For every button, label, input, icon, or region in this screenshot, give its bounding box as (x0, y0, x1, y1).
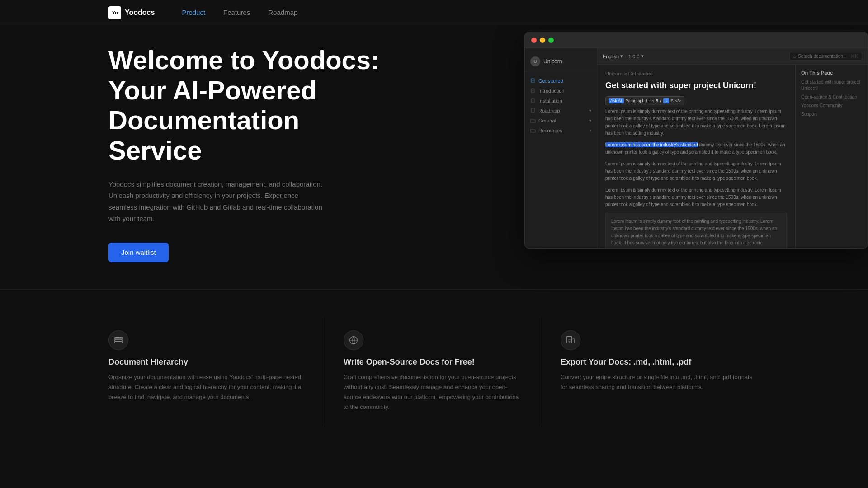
feature-icon-wrap-1 (108, 330, 128, 350)
file-icon-4 (530, 108, 536, 113)
chevron-down-icon: ▾ (589, 108, 591, 113)
hero-content: Welcome to Yoodocs: Your AI-Powered Docu… (108, 45, 425, 262)
svg-rect-9 (115, 339, 123, 341)
toc-item-3[interactable]: Support (801, 111, 862, 117)
chevron-down-icon-2: ▾ (589, 118, 591, 123)
feature-desc-3: Convert your entire structure or single … (561, 372, 760, 392)
translate-icon (349, 335, 359, 345)
doc-top-bar: English ▾ 1.0.0 ▾ ⌕ Search documentation… (597, 48, 868, 65)
chevron-right-icon: › (590, 128, 591, 133)
svg-rect-0 (531, 79, 534, 83)
doc-blockquote: Lorem ipsum is simply dummy text of the … (605, 213, 787, 249)
toolbar-paragraph[interactable]: Paragraph (626, 99, 645, 103)
feature-icon-wrap-3 (561, 330, 580, 350)
feature-desc-2: Craft comprehensive documentation for yo… (344, 372, 524, 412)
feature-title-3: Export Your Docs: .md, .html, .pdf (561, 357, 760, 367)
doc-breadcrumb: Unicorn > Get started (605, 71, 787, 76)
file-icon-3 (530, 98, 536, 103)
search-box[interactable]: ⌕ Search documentation... ⌘K (789, 52, 862, 61)
language-select[interactable]: English ▾ (603, 53, 623, 59)
chevron-down-icon-4: ▾ (641, 53, 644, 59)
doc-paragraph-3: Lorem Ipsum is simply dummy text of the … (605, 187, 787, 208)
toc-title: On This Page (801, 70, 862, 75)
sidebar-item-installation[interactable]: Installation (525, 96, 597, 106)
language-label: English (603, 54, 619, 59)
search-icon: ⌕ (793, 54, 796, 59)
doc-toolbar: Ask AI Paragraph Link B I U S </> (605, 96, 684, 105)
folder-icon-2 (530, 128, 536, 133)
window-minimize-dot (540, 38, 545, 43)
feature-icon-wrap-2 (344, 330, 363, 350)
svg-rect-8 (115, 342, 123, 343)
doc-sidebar: U Unicorn Get started Introduction Insta… (525, 48, 597, 249)
doc-paragraph-1-wrapper: Ask AI Paragraph Link B I U S </> (605, 96, 787, 156)
file-icon (530, 78, 536, 84)
sidebar-brand-icon: U (530, 56, 540, 66)
file-icon-2 (530, 88, 536, 94)
toc-item-0[interactable]: Get started with super project Unicorn! (801, 79, 862, 92)
sidebar-label-roadmap: Roadmap (538, 108, 560, 113)
highlighted-text: Lorem ipsum has been the industry's stan… (605, 142, 698, 147)
folder-icon (530, 118, 536, 123)
toc-item-2[interactable]: Yoodocs Community (801, 103, 862, 109)
navbar: Yo Yoodocs Product Features Roadmap (0, 0, 868, 25)
svg-rect-3 (531, 89, 534, 93)
app-preview: U Unicorn Get started Introduction Insta… (524, 32, 868, 249)
nav-logo[interactable]: Yo Yoodocs (108, 6, 155, 19)
svg-rect-6 (531, 99, 534, 103)
doc-paragraph-2: Lorem Ipsum is simply dummy text of the … (605, 160, 787, 182)
feature-title-2: Write Open-Source Docs for Free! (344, 357, 524, 367)
window-close-dot (531, 38, 537, 43)
doc-paragraph-highlight: Lorem ipsum has been the industry's stan… (605, 141, 787, 156)
search-shortcut: ⌘K (850, 54, 858, 59)
nav-links: Product Features Roadmap (182, 9, 297, 17)
layers-icon (113, 335, 123, 345)
sidebar-item-roadmap[interactable]: Roadmap ▾ (525, 106, 597, 116)
features-section: Document Hierarchy Organize your documen… (0, 289, 868, 462)
doc-paragraph-1: Lorem Ipsum is simply dummy text of the … (605, 108, 787, 137)
version-select[interactable]: 1.0.0 ▾ (628, 53, 643, 59)
svg-rect-10 (115, 337, 123, 339)
feature-card-export: Export Your Docs: .md, .html, .pdf Conve… (542, 317, 760, 426)
sidebar-label-installation: Installation (538, 98, 562, 103)
paragraph-text-before: Lorem Ipsum is simply dummy text of the … (605, 109, 781, 128)
svg-rect-7 (531, 108, 534, 113)
sidebar-item-resources[interactable]: Resources › (525, 126, 597, 136)
hero-section: Welcome to Yoodocs: Your AI-Powered Docu… (0, 0, 868, 289)
join-waitlist-button[interactable]: Join waitlist (108, 243, 169, 262)
chevron-down-icon-3: ▾ (620, 53, 623, 59)
toolbar-bold[interactable]: B (656, 99, 659, 103)
feature-title-1: Document Hierarchy (108, 357, 307, 367)
nav-item-product[interactable]: Product (182, 9, 205, 17)
toolbar-italic[interactable]: I (660, 99, 662, 103)
window-titlebar (525, 32, 868, 48)
sidebar-item-getstarted[interactable]: Get started (525, 76, 597, 86)
nav-item-roadmap[interactable]: Roadmap (268, 9, 297, 17)
feature-card-hierarchy: Document Hierarchy Organize your documen… (108, 317, 326, 426)
nav-item-features[interactable]: Features (223, 9, 250, 17)
hero-subtitle: Yoodocs simplifies document creation, ma… (108, 178, 326, 225)
sidebar-label-getstarted: Get started (538, 78, 563, 84)
sidebar-brand: U Unicorn (525, 54, 597, 72)
sidebar-item-general[interactable]: General ▾ (525, 116, 597, 126)
window-maximize-dot (548, 38, 554, 43)
logo-text: Yoodocs (125, 9, 155, 17)
toolbar-askai[interactable]: Ask AI (609, 98, 624, 103)
doc-toc-panel: On This Page Get started with super proj… (795, 65, 868, 249)
sidebar-label-resources: Resources (538, 128, 562, 133)
toc-item-1[interactable]: Open-source & Contribution (801, 94, 862, 100)
sidebar-brand-name: Unicorn (543, 58, 562, 65)
toolbar-link[interactable]: Link (646, 99, 654, 103)
toolbar-underline[interactable]: U (663, 98, 669, 103)
doc-main-content: Unicorn > Get started Get started with s… (597, 65, 795, 249)
feature-card-opensource: Write Open-Source Docs for Free! Craft c… (326, 317, 542, 426)
version-label: 1.0.0 (628, 54, 639, 59)
toolbar-strikethrough[interactable]: S (671, 99, 674, 103)
hero-title: Welcome to Yoodocs: Your AI-Powered Docu… (108, 45, 398, 166)
app-window: U Unicorn Get started Introduction Insta… (524, 32, 868, 249)
logo-icon: Yo (108, 6, 121, 19)
search-placeholder: Search documentation... (798, 54, 847, 59)
sidebar-item-introduction[interactable]: Introduction (525, 86, 597, 96)
toolbar-code[interactable]: </> (675, 99, 681, 103)
sidebar-label-introduction: Introduction (538, 88, 564, 94)
